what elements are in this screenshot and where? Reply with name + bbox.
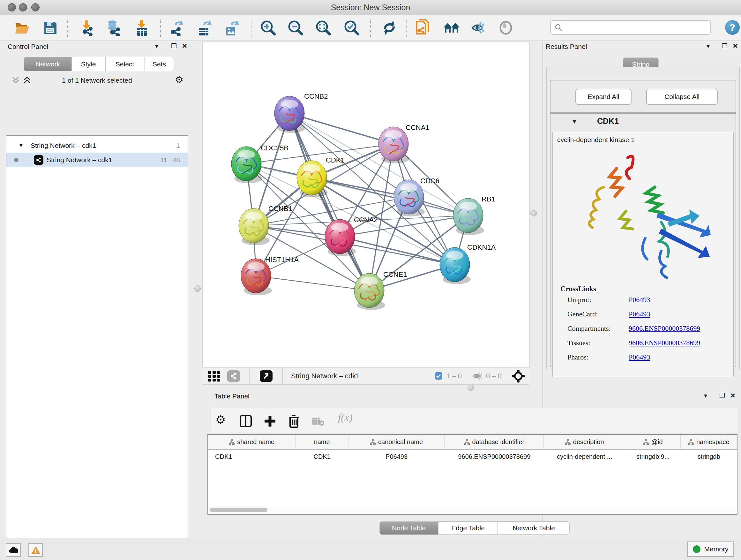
horizontal-splitter-handle[interactable] <box>468 385 474 391</box>
eye-icon[interactable] <box>497 19 514 36</box>
export-table-icon[interactable] <box>196 19 212 36</box>
section-expander-icon[interactable]: ▼ <box>571 118 577 125</box>
tab-network-table[interactable]: Network Table <box>498 521 569 535</box>
cell-database-identifier[interactable]: 9606.ENSP00000378699 <box>445 449 544 463</box>
panel-collapse-icon[interactable]: ▾ <box>706 42 710 50</box>
export-network-icon[interactable] <box>169 19 185 36</box>
hide-eye-icon[interactable] <box>470 19 487 36</box>
tab-node-table[interactable]: Node Table <box>380 521 438 535</box>
panel-close-icon[interactable]: ✕ <box>730 392 736 399</box>
tree-expander-icon[interactable]: ▼ <box>18 143 23 148</box>
cloud-button[interactable] <box>6 543 21 557</box>
tab-network[interactable]: Network <box>23 57 72 71</box>
crosslink-label: Tissues: <box>567 339 590 347</box>
export-image-icon[interactable] <box>223 19 240 36</box>
add-column-icon[interactable] <box>264 415 276 427</box>
import-table-icon[interactable] <box>133 19 150 36</box>
column-header-canonical-name[interactable]: canonical name <box>348 435 445 449</box>
panel-float-icon[interactable]: ❐ <box>171 42 177 50</box>
column-header-database-identifier[interactable]: database identifier <box>445 435 544 449</box>
cell-description[interactable]: cyclin-dependent ... <box>544 449 625 463</box>
node-CCNE1[interactable]: CCNE1 <box>354 270 407 310</box>
zoom-selected-icon[interactable] <box>343 19 360 36</box>
tab-sets[interactable]: Sets <box>145 57 174 71</box>
edge-CCNB2-CCNE1[interactable] <box>289 113 369 291</box>
network-canvas[interactable]: CCNB2CCNA1CDC25BCDK1CDC6RB1CCNB1CCNA2CDK… <box>202 42 530 368</box>
cell-namespace[interactable]: stringdb <box>681 449 737 463</box>
panel-float-icon[interactable]: ❐ <box>719 392 725 399</box>
import-database-icon[interactable] <box>105 19 121 36</box>
network-collection-row[interactable]: ▼ String Network – cdk1 1 <box>6 138 188 152</box>
string-network-badge-icon[interactable] <box>227 370 240 382</box>
status-bar: Memory <box>0 538 741 560</box>
crosslink-link[interactable]: P06493 <box>629 353 650 361</box>
zoom-fit-icon[interactable] <box>315 19 332 36</box>
node-CDC6[interactable]: CDC6 <box>394 177 440 216</box>
scrollbar-thumb[interactable] <box>210 508 267 512</box>
panel-close-icon[interactable]: ✕ <box>182 42 187 50</box>
node-CCNB2[interactable]: CCNB2 <box>274 92 328 133</box>
collapse-all-button[interactable]: Collapse All <box>646 89 718 105</box>
panel-collapse-icon[interactable]: ▾ <box>704 392 707 399</box>
node-CDKN1A[interactable]: CDKN1A <box>440 243 496 284</box>
birdseye-crosshair-icon[interactable] <box>512 370 525 382</box>
share-document-icon[interactable] <box>415 19 431 36</box>
node-CDC25B[interactable]: CDC25B <box>231 144 288 183</box>
protein-details: cyclin-dependent kinase 1 CrossLinks Uni… <box>552 132 734 377</box>
crosslink-link[interactable]: 9606.ENSP00000378699 <box>629 339 700 347</box>
left-splitter-handle[interactable] <box>194 286 201 292</box>
columns-icon[interactable] <box>240 415 252 427</box>
open-folder-icon[interactable] <box>14 19 30 36</box>
network-row-selected[interactable]: String Network – cdk1 11 48 <box>6 152 188 167</box>
homes-icon[interactable] <box>443 19 460 36</box>
cell--id[interactable]: stringdb:9... <box>625 449 681 463</box>
warning-button[interactable] <box>28 543 43 557</box>
function-builder-icon[interactable]: f(x) <box>338 412 353 424</box>
table-row[interactable]: CDK1CDK1P064939606.ENSP00000378699cyclin… <box>208 449 737 463</box>
table-horizontal-scrollbar[interactable] <box>208 506 737 513</box>
node-RB1[interactable]: RB1 <box>453 195 495 235</box>
import-network-icon[interactable] <box>78 19 94 36</box>
column-header-name[interactable]: name <box>295 435 348 449</box>
collection-count: 1 <box>176 142 180 149</box>
edge-CCNA2-CDKN1A[interactable] <box>340 237 455 265</box>
table-settings-gear-icon[interactable]: ⚙ <box>215 413 226 427</box>
crosslink-link[interactable]: P06493 <box>629 310 650 318</box>
grid-view-icon[interactable] <box>208 370 221 382</box>
cell-name[interactable]: CDK1 <box>295 449 348 463</box>
search-input[interactable] <box>550 20 711 35</box>
node-CCNB1[interactable]: CCNB1 <box>239 205 292 245</box>
zoom-out-icon[interactable] <box>287 19 304 36</box>
panel-close-icon[interactable]: ✕ <box>733 42 738 50</box>
zoom-in-icon[interactable] <box>260 19 276 36</box>
refresh-icon[interactable] <box>381 19 398 36</box>
table-toolbar: ⚙ f(x) <box>211 408 738 434</box>
cell-canonical-name[interactable]: P06493 <box>348 449 445 463</box>
save-icon[interactable] <box>42 19 59 36</box>
right-splitter-handle[interactable] <box>530 210 537 216</box>
edge-HIST1H1A-CCNE1[interactable] <box>256 276 369 291</box>
column-header-description[interactable]: description <box>544 435 625 449</box>
node-CCNA2[interactable]: CCNA2 <box>325 216 378 256</box>
delete-table-icon[interactable] <box>312 417 325 426</box>
panel-collapse-icon[interactable]: ▾ <box>155 42 158 50</box>
column-header-namespace[interactable]: namespace <box>681 435 737 449</box>
column-header--id[interactable]: @id <box>625 435 681 449</box>
network-options-gear-icon[interactable]: ⚙ <box>175 74 184 85</box>
node-HIST1H1A[interactable]: HIST1H1A <box>241 256 299 295</box>
column-header-shared-name[interactable]: shared name <box>208 435 295 449</box>
crosslink-link[interactable]: P06493 <box>629 296 650 304</box>
delete-icon[interactable] <box>288 415 300 428</box>
cell-shared-name[interactable]: CDK1 <box>208 449 295 463</box>
node-CCNA1[interactable]: CCNA1 <box>379 124 429 164</box>
crosslink-link[interactable]: 9606.ENSP00000378699 <box>629 324 700 333</box>
tab-select[interactable]: Select <box>105 57 144 71</box>
open-in-window-icon[interactable] <box>260 370 273 382</box>
selected-checkbox-icon[interactable] <box>435 372 442 380</box>
memory-button[interactable]: Memory <box>687 542 734 557</box>
help-icon[interactable]: ? <box>725 20 740 35</box>
expand-all-button[interactable]: Expand All <box>576 89 631 105</box>
panel-float-icon[interactable]: ❐ <box>722 42 728 50</box>
tab-style[interactable]: Style <box>72 57 105 71</box>
tab-edge-table[interactable]: Edge Table <box>438 521 498 535</box>
